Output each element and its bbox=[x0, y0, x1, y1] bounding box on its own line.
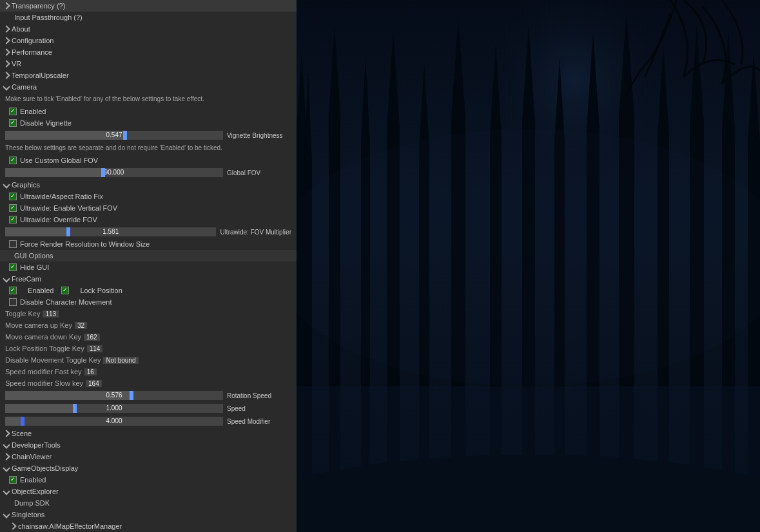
camera-section[interactable]: Camera bbox=[0, 81, 297, 93]
temporal-upscaler-section[interactable]: TemporalUpscaler bbox=[0, 70, 297, 81]
game-objects-enabled-row[interactable]: Enabled bbox=[0, 474, 297, 486]
vignette-brightness-slider[interactable]: 0.547 bbox=[5, 131, 223, 140]
developer-tools-arrow bbox=[3, 441, 10, 448]
chain-viewer-section[interactable]: ChainViewer bbox=[0, 451, 297, 462]
vignette-brightness-row: 0.547 Vignette Brightness bbox=[0, 129, 297, 142]
developer-tools-section[interactable]: DeveloperTools bbox=[0, 439, 297, 451]
camera-enabled-checkbox[interactable] bbox=[9, 108, 17, 115]
game-objects-enabled-label: Enabled bbox=[20, 476, 46, 484]
vignette-thumb[interactable] bbox=[123, 131, 127, 140]
freecam-lock-label: Lock Position bbox=[80, 287, 122, 294]
dump-sdk-row[interactable]: Dump SDK bbox=[0, 497, 297, 509]
temporal-upscaler-label: TemporalUpscaler bbox=[12, 71, 69, 79]
lock-pos-toggle-label: Lock Position Toggle Key bbox=[5, 345, 84, 352]
use-custom-fov-label: Use Custom Global FOV bbox=[20, 157, 98, 164]
vignette-brightness-label: Vignette Brightness bbox=[227, 132, 291, 139]
hide-gui-checkbox[interactable] bbox=[9, 263, 17, 271]
speed-fast-row: Speed modifier Fast key 16 bbox=[0, 366, 297, 377]
ultrawide-override-checkbox[interactable] bbox=[9, 216, 17, 223]
speed-thumb[interactable] bbox=[73, 404, 77, 413]
dump-sdk-label: Dump SDK bbox=[14, 499, 50, 507]
speed-modifier-value: 4.000 bbox=[106, 417, 122, 426]
global-fov-fill bbox=[5, 168, 103, 177]
speed-fast-value: 16 bbox=[84, 368, 97, 375]
freecam-arrow bbox=[3, 275, 10, 282]
use-custom-fov-checkbox[interactable] bbox=[9, 157, 17, 164]
camera-arrow bbox=[3, 83, 10, 90]
force-render-row[interactable]: Force Render Resolution to Window Size bbox=[0, 238, 297, 250]
fov-multiplier-thumb[interactable] bbox=[66, 227, 70, 236]
transparency-section[interactable]: Transparency (?) bbox=[0, 0, 297, 12]
ultrawide-aspect-row[interactable]: Ultrawide/Aspect Ratio Fix bbox=[0, 191, 297, 202]
game-objects-display-section[interactable]: GameObjectsDisplay bbox=[0, 462, 297, 474]
game-objects-display-arrow bbox=[3, 464, 10, 471]
ultrawide-aspect-checkbox[interactable] bbox=[9, 193, 17, 200]
disable-vignette-row[interactable]: Disable Vignette bbox=[0, 117, 297, 129]
lock-pos-toggle-value: 114 bbox=[87, 345, 103, 352]
global-fov-thumb[interactable] bbox=[101, 168, 105, 177]
game-objects-enabled-checkbox[interactable] bbox=[9, 476, 17, 484]
speed-modifier-slider[interactable]: 4.000 bbox=[5, 417, 223, 426]
input-passthrough-row[interactable]: Input Passthrough (?) bbox=[0, 12, 297, 23]
speed-fast-label: Speed modifier Fast key bbox=[5, 368, 82, 375]
configuration-section[interactable]: Configuration bbox=[0, 35, 297, 46]
background-panel bbox=[297, 0, 760, 532]
chain-viewer-arrow bbox=[3, 453, 10, 460]
disable-vignette-checkbox[interactable] bbox=[9, 119, 17, 127]
freecam-enabled-row: Enabled Lock Position bbox=[0, 285, 297, 296]
fov-multiplier-slider[interactable]: 1.581 bbox=[5, 227, 216, 236]
about-section[interactable]: About bbox=[0, 23, 297, 35]
move-down-row: Move camera down Key 162 bbox=[0, 331, 297, 343]
singleton-aimap[interactable]: chainsaw.AIMapEffectorManager bbox=[0, 520, 297, 532]
force-render-label: Force Render Resolution to Window Size bbox=[20, 240, 150, 248]
move-up-label: Move camera up Key bbox=[5, 321, 72, 329]
freecam-lock-checkbox[interactable] bbox=[61, 287, 69, 294]
speed-fill bbox=[5, 404, 75, 413]
rotation-speed-label: Rotation Speed bbox=[227, 392, 291, 399]
force-render-checkbox[interactable] bbox=[9, 240, 17, 248]
rotation-speed-thumb[interactable] bbox=[130, 391, 133, 400]
global-fov-row: 90.000 Global FOV bbox=[0, 166, 297, 179]
object-explorer-section[interactable]: ObjectExplorer bbox=[0, 486, 297, 497]
fov-multiplier-label: Ultrawide: FOV Multiplier bbox=[220, 229, 291, 236]
ultrawide-vertical-row[interactable]: Ultrawide: Enable Vertical FOV bbox=[0, 202, 297, 214]
global-fov-slider[interactable]: 90.000 bbox=[5, 168, 223, 177]
hide-gui-row[interactable]: Hide GUI bbox=[0, 261, 297, 273]
hide-gui-label: Hide GUI bbox=[20, 263, 49, 271]
vr-label: VR bbox=[12, 60, 21, 68]
ultrawide-vertical-checkbox[interactable] bbox=[9, 204, 17, 212]
freecam-enabled-checkbox[interactable] bbox=[9, 287, 17, 294]
game-objects-display-label: GameObjectsDisplay bbox=[12, 464, 78, 472]
rotation-speed-slider[interactable]: 0.576 bbox=[5, 391, 223, 400]
gui-options-section[interactable]: GUI Options bbox=[0, 250, 297, 261]
speed-slider[interactable]: 1.000 bbox=[5, 404, 223, 413]
camera-enabled-row[interactable]: Enabled bbox=[0, 106, 297, 117]
disable-movement-toggle-value: Not bound bbox=[103, 357, 138, 364]
freecam-enabled-label: Enabled bbox=[28, 287, 54, 294]
fov-multiplier-value: 1.581 bbox=[102, 227, 119, 236]
object-explorer-label: ObjectExplorer bbox=[12, 488, 59, 495]
toggle-key-label: Toggle Key bbox=[5, 310, 40, 318]
speed-modifier-fill bbox=[5, 417, 23, 426]
use-custom-fov-row[interactable]: Use Custom Global FOV bbox=[0, 155, 297, 166]
fov-multiplier-fill bbox=[5, 227, 68, 236]
speed-modifier-thumb[interactable] bbox=[21, 417, 24, 426]
freecam-section[interactable]: FreeCam bbox=[0, 273, 297, 285]
disable-char-movement-checkbox[interactable] bbox=[9, 298, 17, 306]
aimap-arrow bbox=[9, 522, 16, 529]
graphics-section[interactable]: Graphics bbox=[0, 179, 297, 191]
performance-section[interactable]: Performance bbox=[0, 46, 297, 58]
toggle-key-row: Toggle Key 113 bbox=[0, 308, 297, 319]
disable-char-movement-row[interactable]: Disable Character Movement bbox=[0, 296, 297, 308]
disable-vignette-label: Disable Vignette bbox=[20, 119, 72, 127]
singletons-section[interactable]: Singletons bbox=[0, 509, 297, 520]
camera-enabled-label: Enabled bbox=[20, 108, 46, 115]
ultrawide-override-row[interactable]: Ultrawide: Override FOV bbox=[0, 214, 297, 225]
vr-section[interactable]: VR bbox=[0, 58, 297, 70]
singletons-arrow bbox=[3, 511, 10, 518]
sidebar: Transparency (?) Input Passthrough (?) A… bbox=[0, 0, 297, 532]
move-up-row: Move camera up Key 32 bbox=[0, 319, 297, 331]
vignette-value: 0.547 bbox=[106, 131, 122, 140]
scene-section[interactable]: Scene bbox=[0, 428, 297, 439]
developer-tools-label: DeveloperTools bbox=[12, 441, 61, 449]
